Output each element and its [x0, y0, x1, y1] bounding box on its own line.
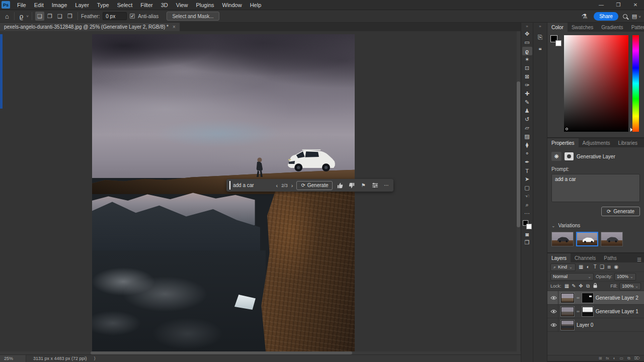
menu-layer[interactable]: Layer: [71, 1, 93, 9]
move-tool[interactable]: ✥: [522, 30, 532, 38]
variations-header[interactable]: ⌄ Variations: [551, 223, 640, 228]
panel-menu-icon[interactable]: ☰: [634, 257, 644, 262]
panel-menu-icon[interactable]: ☰: [641, 142, 644, 147]
tech-previews-icon[interactable]: ⚗: [580, 13, 590, 20]
scrollbar-thumb[interactable]: [517, 81, 520, 227]
select-and-mask-button[interactable]: Select and Mask...: [167, 12, 219, 21]
fill-value[interactable]: 100% ⌄: [619, 283, 641, 290]
filter-toggle-icon[interactable]: ◉: [613, 264, 620, 270]
hand-tool[interactable]: ☜: [522, 192, 532, 201]
screen-mode-button[interactable]: ❐: [522, 238, 532, 247]
history-panel-icon[interactable]: ⎘: [535, 32, 546, 43]
filter-smart-objects-icon[interactable]: ⧈: [606, 264, 613, 270]
layers-footer-icon[interactable]: ◐: [613, 356, 616, 360]
lock-artboard-icon[interactable]: ⧉: [585, 283, 592, 289]
zoom-level-field[interactable]: 25%: [0, 355, 26, 362]
variation-thumbnail-3[interactable]: [601, 232, 623, 246]
opacity-value[interactable]: 100% ⌄: [614, 273, 636, 281]
menu-select[interactable]: Select: [113, 1, 137, 9]
history-brush-tool[interactable]: ↺: [522, 115, 532, 124]
tab-channels[interactable]: Channels: [571, 253, 600, 262]
shape-tool[interactable]: ▢: [522, 184, 532, 192]
lock-all-icon[interactable]: [592, 283, 599, 289]
filter-adjustment-layers-icon[interactable]: ◐: [585, 264, 592, 270]
background-color-chip[interactable]: [555, 40, 561, 46]
layer-visibility-toggle[interactable]: [549, 291, 558, 304]
layers-footer-icon[interactable]: ▭: [619, 356, 623, 360]
feather-input[interactable]: 0 px: [103, 12, 127, 20]
layers-footer-icon[interactable]: fx: [606, 356, 609, 360]
menu-image[interactable]: Image: [48, 1, 71, 9]
layers-footer-icon[interactable]: ⌦: [634, 356, 640, 360]
antialias-checkbox[interactable]: ✓: [130, 14, 135, 19]
layer-visibility-toggle[interactable]: [549, 318, 558, 331]
menu-file[interactable]: File: [13, 1, 30, 9]
eraser-tool[interactable]: ▱: [522, 124, 532, 132]
variation-thumbnail-1[interactable]: [551, 232, 574, 246]
quick-selection-tool[interactable]: ✶: [522, 55, 532, 64]
layer-mask-thumbnail[interactable]: [582, 293, 593, 303]
next-variation-button[interactable]: ›: [291, 183, 293, 189]
workspace-switcher[interactable]: ▤ ˅: [632, 13, 641, 20]
prompt-textarea[interactable]: add a car: [551, 174, 640, 202]
layer-filter-kind-dropdown[interactable]: ⌕ Kind ⌄: [550, 263, 576, 271]
close-button[interactable]: ✕: [627, 0, 644, 10]
pen-tool[interactable]: ✒: [522, 158, 532, 166]
tab-patterns[interactable]: Patterns: [627, 23, 644, 32]
dodge-tool[interactable]: ⚬: [522, 149, 532, 158]
tab-libraries[interactable]: Libraries: [614, 138, 641, 147]
foreground-background-colors[interactable]: [522, 220, 532, 230]
eye-icon[interactable]: [550, 309, 557, 314]
frame-tool[interactable]: ⊠: [522, 72, 532, 81]
eyedropper-tool[interactable]: ✑: [522, 81, 532, 89]
quick-mask-mode-button[interactable]: ◙: [522, 230, 532, 238]
prompt-input[interactable]: add a car: [229, 181, 273, 190]
menu-help[interactable]: Help: [246, 1, 266, 9]
thumbs-up-icon[interactable]: [336, 183, 344, 189]
menu-filter[interactable]: Filter: [136, 1, 156, 9]
brush-tool[interactable]: ✎: [522, 98, 532, 107]
canvas-area[interactable]: add a car ‹ 2/3 › ⟳ Generate ⚑ ⋯: [0, 31, 521, 354]
add-to-selection-icon[interactable]: ❐: [45, 12, 54, 21]
previous-variation-button[interactable]: ‹: [276, 183, 278, 189]
healing-brush-tool[interactable]: ✚: [522, 89, 532, 98]
intersect-selection-icon[interactable]: ❒: [65, 12, 74, 21]
tab-layers[interactable]: Layers: [547, 253, 571, 262]
layer-row[interactable]: Layer 0: [547, 318, 644, 332]
minimize-button[interactable]: —: [593, 0, 610, 10]
expand-panels-icon[interactable]: »: [539, 23, 541, 30]
document-tab[interactable]: pexels-angelo-duranti-3512848.jpg @ 25% …: [0, 23, 180, 31]
settings-sliders-icon[interactable]: [371, 183, 379, 188]
layers-footer-icon[interactable]: ⧉: [627, 356, 630, 361]
home-icon[interactable]: ⌂: [3, 13, 11, 20]
filter-pixel-layers-icon[interactable]: ▦: [578, 264, 585, 270]
menu-3d[interactable]: 3D: [157, 1, 172, 9]
blur-tool[interactable]: ⧫: [522, 141, 532, 149]
generate-button[interactable]: ⟳ Generate: [296, 181, 333, 190]
layers-footer-icon[interactable]: ⊞: [599, 356, 602, 360]
eye-icon[interactable]: [550, 296, 557, 300]
gradient-tool[interactable]: ▨: [522, 132, 532, 141]
layer-mask-thumbnail[interactable]: [582, 307, 593, 316]
share-button[interactable]: Share: [594, 12, 618, 21]
menu-window[interactable]: Window: [218, 1, 246, 9]
layer-row[interactable]: ∞Generative Layer 1: [547, 305, 644, 318]
marquee-tool[interactable]: ▭: [522, 38, 532, 47]
menu-edit[interactable]: Edit: [30, 1, 48, 9]
layer-visibility-toggle[interactable]: [549, 305, 558, 318]
blend-mode-dropdown[interactable]: Normal ⌄: [550, 273, 594, 281]
hue-slider-marker[interactable]: [630, 128, 634, 132]
more-options-icon[interactable]: ⋯: [382, 183, 390, 188]
layer-thumbnail[interactable]: [561, 307, 574, 316]
zoom-tool[interactable]: ⌕: [522, 201, 532, 209]
background-color-chip[interactable]: [526, 224, 532, 229]
restore-button[interactable]: ❐: [610, 0, 627, 10]
crop-tool[interactable]: ⊡: [522, 64, 532, 72]
new-selection-icon[interactable]: ❏: [35, 12, 44, 21]
search-icon[interactable]: [623, 14, 627, 19]
horizontal-scrollbar[interactable]: [0, 351, 521, 354]
edit-toolbar[interactable]: ⋯: [522, 209, 532, 218]
menu-view[interactable]: View: [172, 1, 192, 9]
menu-plugins[interactable]: Plugins: [192, 1, 218, 9]
hue-slider[interactable]: [632, 35, 639, 132]
